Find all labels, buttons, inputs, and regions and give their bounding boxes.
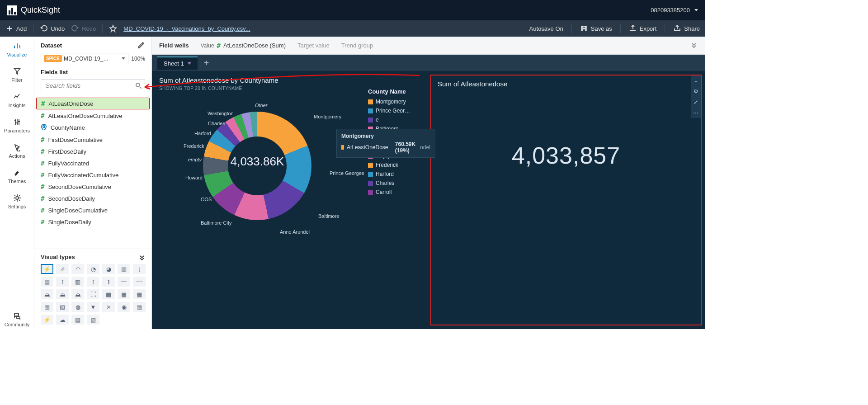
chevron-double-down-icon[interactable] [691, 42, 698, 50]
field-row[interactable]: #FullyVaccinatedCumulative [34, 169, 151, 181]
nav-actions[interactable]: Actions [0, 141, 34, 160]
nav-settings[interactable]: Settings [0, 191, 34, 211]
legend-item[interactable]: Harford [368, 171, 422, 177]
value-field[interactable]: AtLeastOneDose (Sum) [223, 42, 286, 49]
visual-type-cell[interactable]: ⇗ [56, 264, 69, 274]
trend-label[interactable]: Trend group [341, 42, 373, 49]
visual-type-cell[interactable]: ▥ [118, 264, 130, 274]
visual-type-cell[interactable]: ▦ [102, 289, 115, 299]
visual-type-cell[interactable]: ◔ [87, 264, 99, 274]
field-row[interactable]: #SecondDoseCumulative [34, 181, 151, 193]
legend-item[interactable]: Charles [368, 180, 422, 186]
field-row[interactable]: #FullyVaccinated [34, 157, 151, 169]
legend-item[interactable]: e [368, 117, 422, 123]
visual-type-cell[interactable]: ▼ [87, 302, 99, 312]
field-name: FullyVaccinated [48, 160, 89, 167]
undo-button[interactable]: Undo [40, 24, 65, 33]
field-row[interactable]: #AtLeastOneDoseCumulative [34, 110, 151, 122]
nav-community[interactable]: Community [0, 309, 34, 329]
chevron-down-icon[interactable] [694, 9, 698, 11]
star-icon[interactable] [109, 24, 117, 33]
field-row[interactable]: #SingleDoseDaily [34, 216, 151, 228]
chevron-down-icon[interactable] [188, 62, 191, 65]
kpi-visual[interactable]: ⌄ ⚙ ⤢ ⋯ Sum of Atleastonedose 4,033,857 [430, 75, 702, 325]
visual-type-cell[interactable]: ▧ [56, 302, 69, 312]
visual-type-cell[interactable]: ⛰ [71, 289, 84, 299]
visual-type-cell[interactable]: ⨯ [102, 302, 115, 312]
field-row[interactable]: #SingleDoseCumulative [34, 204, 151, 216]
field-row[interactable]: #AtLeastOneDose [36, 98, 150, 109]
brand-name: QuickSight [21, 5, 60, 15]
legend-item[interactable]: Montgomery [368, 99, 422, 105]
visual-type-cell[interactable]: ⛰ [56, 289, 69, 299]
search-fields-input[interactable] [41, 79, 145, 92]
more-icon[interactable]: ⋯ [693, 110, 698, 116]
visual-type-cell[interactable]: ◉ [118, 302, 130, 312]
field-row[interactable]: #FirstDoseDaily [34, 146, 151, 157]
chevron-down-icon [122, 57, 125, 60]
legend-item[interactable]: Carroll [368, 189, 422, 195]
legend-item[interactable]: Frederick [368, 162, 422, 168]
visual-type-cell[interactable]: ▦ [133, 302, 146, 312]
visual-type-cell[interactable]: ▤ [71, 315, 84, 325]
swatch-icon [368, 163, 373, 168]
nav-visualize[interactable]: Visualize [0, 39, 34, 59]
visual-type-cell[interactable]: ⫿ [102, 277, 115, 287]
export-button[interactable]: Export [629, 24, 657, 33]
slice-label: Other [255, 103, 268, 108]
chevron-double-down-icon[interactable] [139, 254, 145, 260]
visual-type-cell[interactable]: ▥ [71, 277, 84, 287]
brand-logo[interactable]: QuickSight [7, 5, 60, 15]
visual-type-cell[interactable]: ◍ [71, 302, 84, 312]
visual-toolbar: ⌄ ⚙ ⤢ ⋯ [691, 75, 701, 118]
dataset-select[interactable]: SPICEMD_COVID-19_… [41, 53, 128, 64]
nav-insights[interactable]: Insights [0, 90, 34, 110]
field-row[interactable]: #SecondDoseDaily [34, 193, 151, 204]
plus-icon [5, 24, 14, 33]
visual-type-cell[interactable]: ⛶ [87, 289, 99, 299]
visual-type-cell[interactable]: ◠ [71, 264, 84, 274]
donut-visual[interactable]: Sum of Atleastonedose by Countyname SHOW… [156, 75, 427, 325]
visual-type-cell[interactable]: ⛰ [41, 289, 53, 299]
legend-item[interactable]: Prince Geor… [368, 108, 422, 114]
account-id[interactable]: 082093385200 [651, 7, 690, 14]
svg-point-0 [16, 197, 19, 199]
visual-type-cell[interactable]: ▦ [41, 302, 53, 312]
autosave-status[interactable]: Autosave On [529, 25, 563, 32]
visual-types-heading: Visual types [41, 254, 75, 260]
visual-type-cell[interactable]: ☁ [56, 315, 69, 325]
nav-parameters[interactable]: Parameters [0, 115, 34, 135]
fields-list[interactable]: #AtLeastOneDose#AtLeastOneDoseCumulative… [34, 97, 151, 249]
visual-type-cell[interactable]: ⚡ [41, 264, 53, 274]
nav-themes[interactable]: Themes [0, 166, 34, 186]
svg-point-1 [136, 83, 140, 87]
visual-type-cell[interactable]: ▤ [41, 277, 53, 287]
field-row[interactable]: CountyName [34, 122, 151, 134]
gear-icon[interactable]: ⚙ [693, 88, 698, 94]
nav-filter[interactable]: Filter [0, 65, 34, 85]
visual-type-cell[interactable]: ⫿ [56, 277, 69, 287]
visual-type-cell[interactable]: ⚡ [41, 315, 53, 325]
visual-type-cell[interactable]: ▦ [133, 289, 146, 299]
saveas-button[interactable]: Save as [580, 24, 612, 33]
add-button[interactable]: Add [5, 24, 27, 33]
hash-icon: # [41, 112, 44, 119]
field-row[interactable]: #FirstDoseCumulative [34, 134, 151, 146]
sheet-tab-1[interactable]: Sheet 1 [157, 57, 198, 70]
pencil-icon[interactable] [137, 41, 145, 49]
target-label[interactable]: Target value [297, 42, 330, 49]
fullscreen-icon[interactable]: ⤢ [693, 99, 698, 105]
visual-type-cell[interactable]: 〰 [133, 277, 146, 287]
visual-type-cell[interactable]: ⫿ [133, 264, 146, 274]
visual-type-cell[interactable]: ▦ [118, 289, 130, 299]
visual-type-cell[interactable]: ⫿ [87, 277, 99, 287]
slice-label: Baltimore City [201, 220, 231, 226]
visual-type-cell[interactable]: 〰 [118, 277, 130, 287]
visual-type-cell[interactable]: ◕ [102, 264, 115, 274]
add-sheet-button[interactable]: + [201, 58, 212, 68]
expand-icon[interactable]: ⌄ [693, 77, 698, 84]
share-button[interactable]: Share [673, 24, 700, 33]
analysis-title[interactable]: MD_COVID-19_-_Vaccinations_by_County.csv… [123, 25, 250, 32]
visual-type-cell[interactable]: ▧ [87, 315, 99, 325]
field-wells[interactable]: Field wells Value # AtLeastOneDose (Sum)… [152, 37, 705, 55]
